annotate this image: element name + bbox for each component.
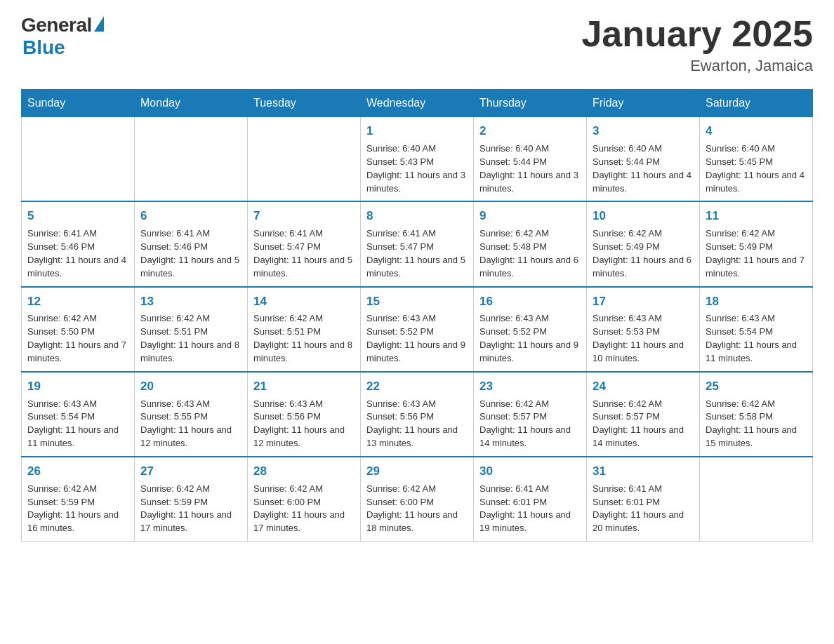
day-info: Sunrise: 6:41 AM Sunset: 5:46 PM Dayligh… xyxy=(27,227,128,280)
calendar-cell: 2Sunrise: 6:40 AM Sunset: 5:44 PM Daylig… xyxy=(474,117,587,202)
day-info: Sunrise: 6:41 AM Sunset: 5:47 PM Dayligh… xyxy=(253,227,355,280)
day-info: Sunrise: 6:41 AM Sunset: 5:47 PM Dayligh… xyxy=(366,227,468,280)
day-number: 6 xyxy=(140,208,241,224)
day-number: 31 xyxy=(593,463,694,480)
day-info: Sunrise: 6:43 AM Sunset: 5:56 PM Dayligh… xyxy=(253,398,355,450)
day-info: Sunrise: 6:40 AM Sunset: 5:45 PM Dayligh… xyxy=(706,142,807,195)
header-day-wednesday: Wednesday xyxy=(361,90,474,117)
calendar-cell: 23Sunrise: 6:42 AM Sunset: 5:57 PM Dayli… xyxy=(474,372,587,457)
calendar-cell: 20Sunrise: 6:43 AM Sunset: 5:55 PM Dayli… xyxy=(135,372,248,457)
header-day-saturday: Saturday xyxy=(700,90,813,117)
header-day-tuesday: Tuesday xyxy=(248,90,361,117)
calendar-cell xyxy=(248,117,361,202)
day-info: Sunrise: 6:40 AM Sunset: 5:43 PM Dayligh… xyxy=(366,142,468,195)
calendar-cell: 17Sunrise: 6:43 AM Sunset: 5:53 PM Dayli… xyxy=(587,287,700,372)
day-info: Sunrise: 6:42 AM Sunset: 5:58 PM Dayligh… xyxy=(706,398,807,450)
day-info: Sunrise: 6:41 AM Sunset: 6:01 PM Dayligh… xyxy=(593,483,694,535)
day-info: Sunrise: 6:42 AM Sunset: 6:00 PM Dayligh… xyxy=(366,483,468,535)
calendar-cell: 31Sunrise: 6:41 AM Sunset: 6:01 PM Dayli… xyxy=(587,457,700,542)
day-number: 21 xyxy=(253,378,355,395)
calendar-cell: 13Sunrise: 6:42 AM Sunset: 5:51 PM Dayli… xyxy=(135,287,248,372)
day-info: Sunrise: 6:40 AM Sunset: 5:44 PM Dayligh… xyxy=(593,142,694,195)
subtitle: Ewarton, Jamaica xyxy=(581,57,813,75)
day-info: Sunrise: 6:41 AM Sunset: 5:46 PM Dayligh… xyxy=(140,227,241,280)
calendar-week-row: 5Sunrise: 6:41 AM Sunset: 5:46 PM Daylig… xyxy=(22,201,813,286)
calendar-cell: 7Sunrise: 6:41 AM Sunset: 5:47 PM Daylig… xyxy=(248,201,361,286)
calendar-week-row: 26Sunrise: 6:42 AM Sunset: 5:59 PM Dayli… xyxy=(22,457,813,542)
day-number: 18 xyxy=(706,293,807,310)
day-number: 23 xyxy=(479,378,581,395)
calendar-week-row: 19Sunrise: 6:43 AM Sunset: 5:54 PM Dayli… xyxy=(22,372,813,457)
day-info: Sunrise: 6:42 AM Sunset: 5:49 PM Dayligh… xyxy=(706,227,807,280)
calendar-week-row: 12Sunrise: 6:42 AM Sunset: 5:50 PM Dayli… xyxy=(22,287,813,372)
calendar-cell: 27Sunrise: 6:42 AM Sunset: 5:59 PM Dayli… xyxy=(135,457,248,542)
day-info: Sunrise: 6:42 AM Sunset: 5:51 PM Dayligh… xyxy=(253,312,355,365)
calendar-cell: 22Sunrise: 6:43 AM Sunset: 5:56 PM Dayli… xyxy=(361,372,474,457)
calendar-cell: 28Sunrise: 6:42 AM Sunset: 6:00 PM Dayli… xyxy=(248,457,361,542)
header-day-friday: Friday xyxy=(587,90,700,117)
calendar-cell: 29Sunrise: 6:42 AM Sunset: 6:00 PM Dayli… xyxy=(361,457,474,542)
day-number: 24 xyxy=(593,378,694,395)
day-info: Sunrise: 6:42 AM Sunset: 5:48 PM Dayligh… xyxy=(479,227,581,280)
day-number: 10 xyxy=(593,208,694,224)
day-info: Sunrise: 6:42 AM Sunset: 6:00 PM Dayligh… xyxy=(253,483,355,535)
day-number: 16 xyxy=(479,293,581,310)
calendar-cell: 9Sunrise: 6:42 AM Sunset: 5:48 PM Daylig… xyxy=(474,201,587,286)
day-info: Sunrise: 6:42 AM Sunset: 5:49 PM Dayligh… xyxy=(593,227,694,280)
calendar-cell: 21Sunrise: 6:43 AM Sunset: 5:56 PM Dayli… xyxy=(248,372,361,457)
calendar-cell: 5Sunrise: 6:41 AM Sunset: 5:46 PM Daylig… xyxy=(22,201,135,286)
calendar-cell xyxy=(700,457,813,542)
calendar-cell: 10Sunrise: 6:42 AM Sunset: 5:49 PM Dayli… xyxy=(587,201,700,286)
day-number: 3 xyxy=(593,123,694,140)
day-number: 2 xyxy=(479,123,581,140)
day-number: 17 xyxy=(593,293,694,310)
calendar-cell: 6Sunrise: 6:41 AM Sunset: 5:46 PM Daylig… xyxy=(135,201,248,286)
calendar-cell: 8Sunrise: 6:41 AM Sunset: 5:47 PM Daylig… xyxy=(361,201,474,286)
calendar-cell: 4Sunrise: 6:40 AM Sunset: 5:45 PM Daylig… xyxy=(700,117,813,202)
calendar-cell xyxy=(135,117,248,202)
day-info: Sunrise: 6:43 AM Sunset: 5:54 PM Dayligh… xyxy=(706,312,807,365)
logo-general-text: General xyxy=(21,14,92,36)
calendar-cell: 1Sunrise: 6:40 AM Sunset: 5:43 PM Daylig… xyxy=(361,117,474,202)
day-number: 1 xyxy=(366,123,468,140)
page-title: January 2025 xyxy=(581,14,813,54)
day-info: Sunrise: 6:42 AM Sunset: 5:59 PM Dayligh… xyxy=(27,483,128,535)
day-number: 12 xyxy=(27,293,128,310)
calendar-cell: 26Sunrise: 6:42 AM Sunset: 5:59 PM Dayli… xyxy=(22,457,135,542)
day-number: 28 xyxy=(253,463,355,480)
day-number: 30 xyxy=(479,463,581,480)
calendar-cell: 25Sunrise: 6:42 AM Sunset: 5:58 PM Dayli… xyxy=(700,372,813,457)
calendar-cell: 18Sunrise: 6:43 AM Sunset: 5:54 PM Dayli… xyxy=(700,287,813,372)
calendar-cell: 16Sunrise: 6:43 AM Sunset: 5:52 PM Dayli… xyxy=(474,287,587,372)
day-info: Sunrise: 6:41 AM Sunset: 6:01 PM Dayligh… xyxy=(479,483,581,535)
title-section: January 2025 Ewarton, Jamaica xyxy=(581,14,813,75)
logo: General Blue xyxy=(21,14,104,59)
day-info: Sunrise: 6:43 AM Sunset: 5:53 PM Dayligh… xyxy=(593,312,694,365)
calendar-header-row: SundayMondayTuesdayWednesdayThursdayFrid… xyxy=(22,90,813,117)
calendar-cell: 19Sunrise: 6:43 AM Sunset: 5:54 PM Dayli… xyxy=(22,372,135,457)
day-info: Sunrise: 6:42 AM Sunset: 5:50 PM Dayligh… xyxy=(27,312,128,365)
calendar-cell: 30Sunrise: 6:41 AM Sunset: 6:01 PM Dayli… xyxy=(474,457,587,542)
day-number: 25 xyxy=(706,378,807,395)
day-info: Sunrise: 6:42 AM Sunset: 5:51 PM Dayligh… xyxy=(140,312,241,365)
header-day-thursday: Thursday xyxy=(474,90,587,117)
calendar-cell: 12Sunrise: 6:42 AM Sunset: 5:50 PM Dayli… xyxy=(22,287,135,372)
calendar-cell: 11Sunrise: 6:42 AM Sunset: 5:49 PM Dayli… xyxy=(700,201,813,286)
calendar-cell: 14Sunrise: 6:42 AM Sunset: 5:51 PM Dayli… xyxy=(248,287,361,372)
day-number: 19 xyxy=(27,378,128,395)
header-day-sunday: Sunday xyxy=(22,90,135,117)
page-header: General Blue January 2025 Ewarton, Jamai… xyxy=(21,14,813,75)
day-number: 7 xyxy=(253,208,355,224)
calendar-cell: 15Sunrise: 6:43 AM Sunset: 5:52 PM Dayli… xyxy=(361,287,474,372)
calendar-cell: 24Sunrise: 6:42 AM Sunset: 5:57 PM Dayli… xyxy=(587,372,700,457)
logo-triangle-icon xyxy=(94,16,104,32)
day-number: 5 xyxy=(27,208,128,224)
day-number: 20 xyxy=(140,378,241,395)
day-number: 15 xyxy=(366,293,468,310)
day-number: 27 xyxy=(140,463,241,480)
day-info: Sunrise: 6:43 AM Sunset: 5:52 PM Dayligh… xyxy=(479,312,581,365)
day-info: Sunrise: 6:42 AM Sunset: 5:57 PM Dayligh… xyxy=(593,398,694,450)
calendar-cell xyxy=(22,117,135,202)
day-number: 11 xyxy=(706,208,807,224)
day-info: Sunrise: 6:43 AM Sunset: 5:55 PM Dayligh… xyxy=(140,398,241,450)
